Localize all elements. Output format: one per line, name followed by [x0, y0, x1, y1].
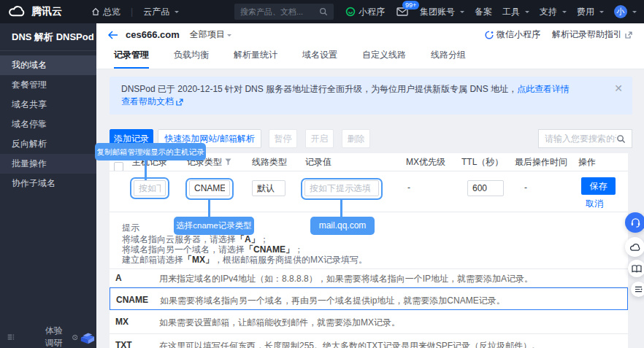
cancel-link[interactable]: 取消 — [586, 198, 603, 210]
miniprogram-icon — [345, 7, 356, 17]
nav-miniprogram[interactable]: 小程序 — [345, 6, 385, 18]
col-type: 记录类型 — [187, 156, 231, 168]
banner-text: DNSPod 已于 2020-12-15 针对 DNS 服务器地址进行全面升级，… — [121, 84, 517, 94]
book-icon — [632, 265, 642, 273]
project-filter[interactable]: 全部项目 — [190, 28, 231, 41]
wechat-miniprogram-icon — [485, 31, 494, 39]
back-arrow-icon[interactable] — [108, 31, 118, 39]
line-type-select[interactable]: 默认 — [252, 180, 285, 196]
col-last-op-time: 最后操作时间 — [515, 156, 567, 168]
record-search-input[interactable] — [545, 134, 616, 144]
divider — [110, 171, 628, 171]
caret-down-icon — [227, 34, 231, 39]
brand-name[interactable]: 腾讯云 — [31, 5, 62, 18]
record-search[interactable] — [538, 129, 632, 148]
host-record-input[interactable] — [134, 180, 166, 196]
topbar: 腾讯云 总览 | 云产品 小程序 99+ 集团账号 备案 工具 支持 费用 小 — [0, 0, 644, 23]
ttl-input[interactable] — [467, 180, 504, 196]
sidebar-item-batch-ops[interactable]: 批量操作 — [0, 154, 96, 174]
nav-beian[interactable]: 备案 — [475, 6, 492, 18]
page-header: ces666.com 全部项目 微信小程序 解析记录帮助指引 — [96, 23, 644, 46]
home-icon — [91, 7, 100, 16]
headset-icon — [630, 217, 641, 228]
avatar: 小 — [614, 5, 627, 18]
topbar-divider: | — [131, 7, 133, 17]
caret-down-icon — [632, 11, 637, 15]
tab-records[interactable]: 记录管理 — [114, 49, 149, 69]
topbar-search-input[interactable] — [240, 7, 319, 16]
survey-arrow-icon — [72, 333, 78, 341]
search-icon — [616, 134, 626, 144]
record-value-input[interactable] — [304, 180, 379, 196]
docs-button[interactable] — [628, 260, 644, 277]
tab-load-balance[interactable]: 负载均衡 — [174, 49, 209, 69]
col-line: 线路类型 — [252, 156, 287, 168]
caret-down-icon — [599, 11, 604, 15]
sidebar-item-reverse-dns[interactable]: 反向解析 — [0, 134, 96, 154]
external-link-icon — [625, 31, 632, 39]
survey-link[interactable]: 体验调研 — [45, 325, 77, 348]
nav-tools[interactable]: 工具 — [502, 6, 529, 18]
wechat-miniprogram-link[interactable]: 微信小程序 — [485, 28, 540, 41]
cloud-logo-icon — [7, 5, 27, 18]
sidebar-item-plan[interactable]: 套餐管理 — [0, 75, 96, 95]
nav-overview[interactable]: 总览 — [91, 6, 120, 18]
sidebar-item-my-domains[interactable]: 我的域名 — [0, 55, 96, 75]
survey-illustration — [79, 328, 96, 347]
feedback-icon — [635, 286, 643, 293]
col-action: 操作 — [578, 156, 596, 168]
filter-icon[interactable] — [225, 158, 231, 166]
col-mx: MX优先级 — [406, 156, 445, 168]
nav-support[interactable]: 支持 — [540, 6, 567, 18]
main: ces666.com 全部项目 微信小程序 解析记录帮助指引 记录管理 负载均衡… — [96, 23, 644, 348]
caret-down-icon — [175, 11, 179, 15]
tab-stats[interactable]: 解析量统计 — [234, 49, 277, 69]
tencent-cloud-logo[interactable] — [7, 5, 27, 18]
quick-add-button[interactable]: 快速添加网站/邮箱解析 — [158, 129, 261, 148]
delete-button[interactable]: 删除 — [342, 129, 370, 148]
message-count-badge: 99+ — [402, 1, 419, 9]
tab-custom-lines[interactable]: 自定义线路 — [362, 49, 406, 69]
nav-billing[interactable]: 费用 — [577, 6, 604, 18]
topbar-search[interactable] — [234, 4, 334, 20]
banner-doc-link[interactable]: 查看帮助文档 — [121, 96, 174, 108]
nav-messages[interactable]: 99+ — [396, 7, 408, 16]
caret-down-icon — [525, 11, 529, 15]
notice-banner: DNSPod 已于 2020-12-15 针对 DNS 服务器地址进行全面升级，… — [110, 77, 632, 115]
cloud-message-button[interactable] — [625, 237, 644, 257]
hint-line: 建立邮箱请选择「MX」，根据邮箱服务商提供的MX记录填写。 — [122, 254, 367, 266]
tab-bar: 记录管理 负载均衡 解析量统计 域名设置 自定义线路 线路分组 — [96, 46, 644, 69]
divider — [110, 268, 628, 269]
pause-button[interactable]: 暂停 — [269, 129, 297, 148]
sidebar-item-domain-parking[interactable]: 域名停靠 — [0, 115, 96, 134]
cloud-bell-icon — [629, 243, 640, 252]
start-button[interactable]: 开启 — [305, 129, 334, 148]
sidebar-footer: 体验调研 — [0, 326, 96, 348]
nav-products[interactable]: 云产品 — [143, 6, 179, 18]
user-menu[interactable]: 小 — [614, 5, 637, 18]
close-icon[interactable]: ✕ — [614, 83, 623, 93]
tab-domain-settings[interactable]: 域名设置 — [302, 49, 337, 69]
feedback-button[interactable] — [631, 282, 644, 297]
divider — [110, 212, 628, 212]
col-ttl: TTL（秒） — [461, 156, 503, 168]
add-record-button[interactable]: 添加记录 — [110, 129, 153, 148]
sidebar: DNS 解析 DNSPod 我的域名 套餐管理 域名共享 域名停靠 反向解析 批… — [0, 23, 96, 348]
collapse-icon[interactable] — [7, 333, 15, 341]
col-host: 主机记录 — [132, 156, 167, 168]
help-guide-link[interactable]: 解析记录帮助指引 — [552, 28, 632, 41]
record-type-row-cname[interactable]: CNAME 如果需要将域名指向另一个域名，再由另一个域名提供ip地址，就需要添加… — [110, 287, 628, 310]
tab-line-groups[interactable]: 线路分组 — [431, 49, 466, 69]
save-button[interactable]: 保存 — [581, 177, 616, 195]
record-type-input[interactable] — [189, 180, 230, 196]
nav-group-account[interactable]: 集团账号 — [420, 6, 464, 18]
sidebar-item-collab-subdomain[interactable]: 协作子域名 — [0, 174, 96, 193]
external-link-icon — [176, 98, 183, 106]
hint-title: 提示 — [122, 222, 139, 234]
divider — [110, 333, 628, 334]
customer-service-button[interactable] — [625, 212, 644, 233]
sidebar-item-domain-share[interactable]: 域名共享 — [0, 95, 96, 115]
records-table: 主机记录 记录类型 线路类型 记录值 MX优先级 TTL（秒） 最后操作时间 操… — [110, 153, 628, 348]
caret-down-icon — [460, 11, 464, 15]
banner-detail-link[interactable]: 点此查看详情 — [517, 84, 570, 94]
